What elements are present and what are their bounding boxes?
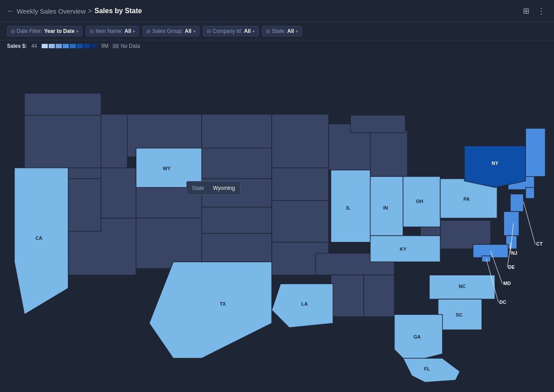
state-AL[interactable] (364, 275, 394, 317)
more-options-button[interactable]: ⋮ (536, 4, 547, 18)
date-filter-label: Date Filter: (17, 28, 43, 34)
item-name-filter-value: All (124, 28, 131, 34)
state-MO[interactable] (272, 201, 329, 242)
state-NY[interactable] (464, 146, 526, 188)
legend-grad-7 (84, 44, 90, 48)
company-id-filter-chip[interactable]: ⊟ Company Id: All ▾ (203, 26, 259, 36)
breadcrumb-separator: > (88, 7, 92, 14)
us-map-svg: WY CA TX IL IN OH KY PA NC SC GA FL LA N… (0, 52, 554, 382)
back-button[interactable]: ← (7, 7, 14, 15)
state-NE[interactable] (202, 179, 272, 207)
state-UT[interactable] (101, 168, 136, 218)
sales-group-filter-value: All (185, 28, 191, 34)
company-id-filter-chevron: ▾ (252, 29, 255, 34)
state-IN[interactable] (370, 177, 403, 236)
state-MI[interactable] (370, 131, 408, 177)
date-filter-chevron: ▾ (76, 29, 78, 34)
filter-icon-company: ⊟ (207, 29, 211, 34)
legend-no-data: No Data (113, 43, 140, 49)
state-filter-chevron: ▾ (296, 29, 298, 34)
state-IL[interactable] (331, 170, 370, 242)
state-GA[interactable] (394, 314, 443, 363)
state-filter-label: State: (272, 28, 285, 34)
legend-grad-6 (77, 44, 83, 48)
legend-gradient (42, 44, 97, 48)
state-OK[interactable] (202, 233, 272, 262)
sales-group-filter-chevron: ▾ (193, 29, 195, 34)
date-filter-value: Year to Date (44, 28, 75, 34)
grid-view-button[interactable]: ⊞ (521, 4, 531, 18)
state-ME[interactable] (526, 128, 545, 177)
legend-range-max: 9M (101, 43, 109, 49)
state-NM[interactable] (136, 218, 202, 268)
legend: Sales $: 44 9M No Data (0, 40, 554, 52)
state-SC[interactable] (438, 299, 482, 330)
state-MN[interactable] (272, 114, 329, 168)
filter-icon-state: ⊟ (266, 29, 270, 34)
legend-grad-4 (63, 44, 69, 48)
callout-NJ: NJ (511, 250, 517, 256)
filter-icon-date: ⊟ (11, 29, 15, 34)
state-SD[interactable] (202, 148, 272, 179)
state-WA[interactable] (25, 93, 101, 115)
state-WY[interactable] (136, 148, 202, 188)
item-name-filter-chip[interactable]: ⊟ Item Name: All ▾ (86, 26, 139, 36)
legend-grad-3 (56, 44, 62, 48)
callout-MD: MD (503, 281, 511, 286)
item-name-filter-chevron: ▾ (133, 29, 135, 34)
state-MI-upper (351, 115, 405, 133)
legend-grad-1 (42, 44, 48, 48)
company-id-filter-label: Company Id: (213, 28, 242, 34)
state-OH[interactable] (403, 177, 440, 227)
state-filter-chip[interactable]: ⊟ State: All ▾ (262, 26, 302, 36)
breadcrumb: ← Weekly Sales Overview > Sales by State (7, 7, 142, 15)
legend-grad-8 (91, 44, 97, 48)
state-NC[interactable] (430, 275, 495, 299)
sales-group-filter-chip[interactable]: ⊟ Sales Group: All ▾ (142, 26, 199, 36)
state-NJ[interactable] (504, 212, 519, 236)
state-ND[interactable] (202, 114, 272, 148)
item-name-filter-label: Item Name: (96, 28, 123, 34)
state-KS[interactable] (202, 207, 272, 234)
legend-no-data-box (113, 44, 119, 48)
legend-grad-5 (70, 44, 76, 48)
state-RI[interactable] (526, 188, 534, 199)
date-filter-chip[interactable]: ⊟ Date Filter: Year to Date ▾ (7, 26, 82, 36)
legend-range-min: 44 (31, 43, 37, 49)
state-IA[interactable] (272, 168, 329, 201)
current-page-title: Sales by State (94, 7, 142, 15)
map-container: WY CA TX IL IN OH KY PA NC SC GA FL LA N… (0, 52, 554, 382)
state-OR[interactable] (25, 114, 101, 168)
legend-label: Sales $: (7, 43, 27, 49)
callout-DC: DC (499, 299, 506, 305)
filter-bar: ⊟ Date Filter: Year to Date ▾ ⊟ Item Nam… (0, 22, 554, 40)
state-filter-value: All (288, 28, 294, 34)
state-MS[interactable] (331, 275, 364, 317)
callout-DE: DE (508, 264, 515, 270)
parent-title[interactable]: Weekly Sales Overview (17, 7, 85, 15)
sales-group-filter-label: Sales Group: (152, 28, 183, 34)
legend-no-data-label: No Data (121, 43, 140, 49)
header-actions: ⊞ ⋮ (521, 4, 547, 18)
company-id-filter-value: All (244, 28, 251, 34)
callout-CT: CT (536, 241, 543, 246)
state-KY[interactable] (370, 235, 440, 262)
filter-icon-item: ⊟ (90, 29, 94, 34)
state-CT[interactable] (510, 194, 523, 212)
filter-icon-sales-group: ⊟ (146, 29, 150, 34)
state-CA[interactable] (14, 168, 68, 315)
page-header: ← Weekly Sales Overview > Sales by State… (0, 0, 554, 22)
legend-grad-2 (49, 44, 55, 48)
